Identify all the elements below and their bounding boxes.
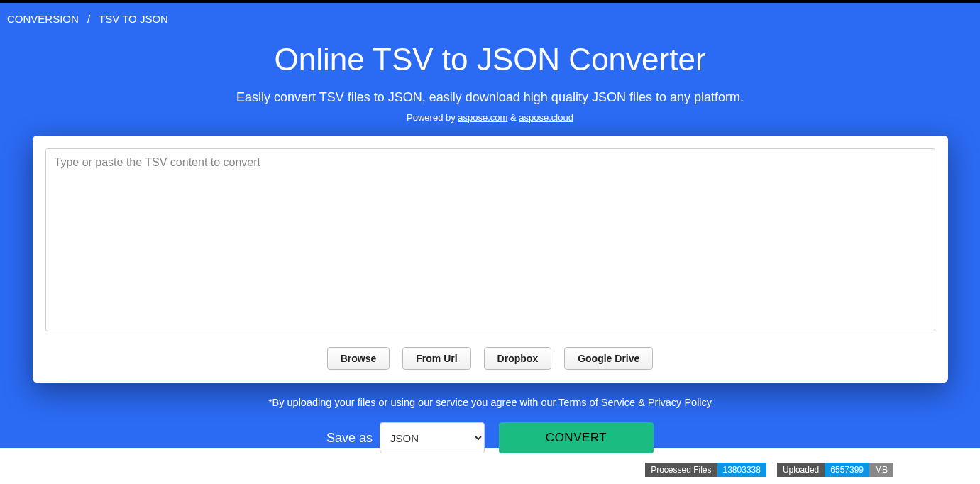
powered-by: Powered by aspose.com & aspose.cloud — [0, 112, 980, 123]
stat-uploaded-unit: MB — [869, 463, 893, 477]
from-url-button[interactable]: From Url — [402, 347, 470, 370]
breadcrumb-current[interactable]: TSV TO JSON — [99, 13, 168, 25]
convert-button[interactable]: CONVERT — [499, 422, 654, 453]
aspose-com-link[interactable]: aspose.com — [458, 112, 507, 123]
breadcrumb-conversion[interactable]: CONVERSION — [7, 13, 79, 25]
save-row: Save as JSON CONVERT — [0, 422, 980, 453]
terms-amp: & — [638, 397, 648, 408]
powered-amp: & — [510, 112, 519, 123]
stat-uploaded: Uploaded 6557399 MB — [777, 463, 893, 477]
content-textarea[interactable] — [45, 148, 935, 331]
browse-button[interactable]: Browse — [327, 347, 390, 370]
stat-processed: Processed Files 13803338 — [645, 463, 766, 477]
breadcrumb-separator: / — [87, 13, 90, 25]
main-section: CONVERSION / TSV TO JSON Online TSV to J… — [0, 3, 980, 448]
breadcrumb: CONVERSION / TSV TO JSON — [0, 3, 980, 35]
aspose-cloud-link[interactable]: aspose.cloud — [519, 112, 573, 123]
upload-card: Browse From Url Dropbox Google Drive — [33, 136, 948, 383]
terms-note: *By uploading your files or using our se… — [0, 397, 980, 408]
stat-processed-value: 13803338 — [717, 463, 766, 477]
page-subtitle: Easily convert TSV files to JSON, easily… — [0, 90, 980, 105]
save-as-label: Save as — [326, 431, 373, 446]
privacy-policy-link[interactable]: Privacy Policy — [648, 397, 712, 408]
terms-of-service-link[interactable]: Terms of Service — [558, 397, 635, 408]
file-button-row: Browse From Url Dropbox Google Drive — [45, 347, 935, 370]
stat-processed-label: Processed Files — [645, 463, 717, 477]
page-title: Online TSV to JSON Converter — [0, 42, 980, 77]
stat-uploaded-value: 6557399 — [825, 463, 869, 477]
save-as-select[interactable]: JSON — [380, 422, 485, 453]
terms-prefix: *By uploading your files or using our se… — [268, 397, 558, 408]
dropbox-button[interactable]: Dropbox — [484, 347, 552, 370]
stat-uploaded-label: Uploaded — [777, 463, 825, 477]
stats-bar: Processed Files 13803338 Uploaded 655739… — [645, 463, 893, 477]
powered-prefix: Powered by — [407, 112, 458, 123]
google-drive-button[interactable]: Google Drive — [564, 347, 653, 370]
